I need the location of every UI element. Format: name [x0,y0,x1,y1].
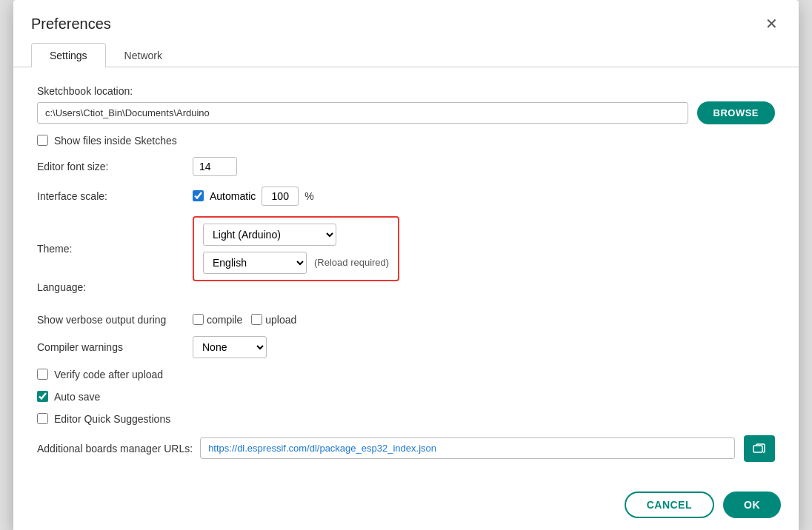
editor-quick-label[interactable]: Editor Quick Suggestions [37,413,170,425]
theme-row: Light (Arduino) Dark (Arduino) System De… [203,224,389,246]
language-label-outer: Language: [37,281,193,293]
upload-label[interactable]: upload [251,314,296,326]
auto-save-text: Auto save [54,391,100,403]
verbose-controls: compile upload [193,314,296,326]
browse-button[interactable]: BROWSE [697,101,776,124]
expand-icon [753,442,766,455]
automatic-label: Automatic [210,190,256,202]
show-files-text: Show files inside Sketches [54,135,177,147]
show-files-label[interactable]: Show files inside Sketches [37,135,177,147]
tabs-bar: Settings Network [13,43,799,67]
verbose-label: Show verbose output during [37,314,193,326]
close-button[interactable]: ✕ [762,13,781,34]
compiler-warnings-row: Compiler warnings None Default More All [37,336,775,358]
additional-urls-label: Additional boards manager URLs: [37,443,193,454]
language-select[interactable]: English Deutsch Español Français 中文(简体) [203,252,307,274]
sketchbook-row: BROWSE [37,101,775,124]
compile-text: compile [207,314,242,326]
scale-value-input[interactable] [262,187,299,206]
theme-language-highlighted-box: Light (Arduino) Dark (Arduino) System De… [193,216,399,281]
tab-network[interactable]: Network [106,43,181,67]
editor-quick-text: Editor Quick Suggestions [54,413,170,425]
editor-font-input[interactable] [193,157,237,176]
auto-save-row: Auto save [37,391,775,403]
auto-save-label[interactable]: Auto save [37,391,100,403]
verbose-row: Show verbose output during compile uploa… [37,314,775,326]
language-row: English Deutsch Español Français 中文(简体) … [203,252,389,274]
interface-scale-label: Interface scale: [37,190,193,202]
verify-code-text: Verify code after upload [54,369,163,380]
dialog-header: Preferences ✕ [13,0,799,34]
verify-code-checkbox[interactable] [37,369,48,380]
sketchbook-section: Sketchbook location: BROWSE [37,85,775,124]
verify-code-row: Verify code after upload [37,369,775,380]
dialog-footer: CANCEL OK [13,480,799,531]
compile-label[interactable]: compile [193,314,242,326]
compiler-warnings-label: Compiler warnings [37,341,193,353]
dialog-title: Preferences [31,16,111,33]
upload-text: upload [265,314,296,326]
settings-content: Sketchbook location: BROWSE Show files i… [13,67,799,480]
verify-code-label[interactable]: Verify code after upload [37,369,163,380]
sketchbook-path-input[interactable] [37,102,688,124]
show-files-checkbox[interactable] [37,135,48,146]
upload-checkbox[interactable] [251,314,262,325]
editor-font-label: Editor font size: [37,161,193,172]
auto-save-checkbox[interactable] [37,391,48,402]
editor-font-row: Editor font size: [37,157,775,176]
svg-rect-0 [753,446,762,452]
ok-button[interactable]: OK [723,492,781,518]
additional-urls-row: Additional boards manager URLs: [37,435,775,462]
interface-scale-controls: Automatic % [193,187,314,206]
cancel-button[interactable]: CANCEL [625,492,714,518]
theme-select[interactable]: Light (Arduino) Dark (Arduino) System De… [203,224,336,246]
reload-note: (Reload required) [314,257,389,268]
automatic-checkbox[interactable] [193,190,204,201]
interface-scale-row: Interface scale: Automatic % [37,187,775,206]
compiler-warnings-select[interactable]: None Default More All [193,336,267,358]
sketchbook-label: Sketchbook location: [37,85,775,97]
editor-quick-checkbox[interactable] [37,413,48,424]
theme-label-outer: Theme: [37,243,193,255]
compile-checkbox[interactable] [193,314,204,325]
tab-settings[interactable]: Settings [31,43,106,67]
editor-quick-row: Editor Quick Suggestions [37,413,775,425]
percent-label: % [304,190,313,202]
show-files-row: Show files inside Sketches [37,135,775,147]
preferences-dialog: Preferences ✕ Settings Network Sketchboo… [13,0,799,530]
url-expand-button[interactable] [744,435,775,462]
additional-urls-input[interactable] [200,437,735,459]
